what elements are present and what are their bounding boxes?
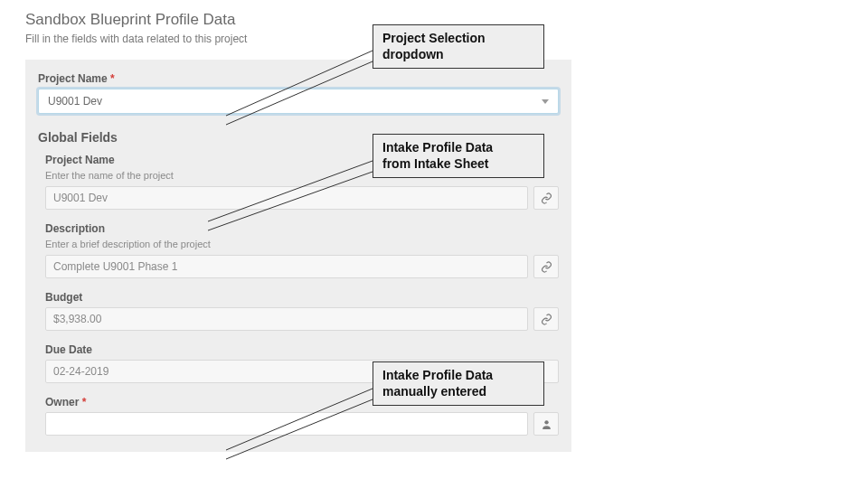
field-due-date-label: Due Date [45,343,559,356]
callout-text: Project Selection [382,31,486,45]
callout-text: Intake Profile Data [382,140,493,155]
required-mark: * [110,72,115,85]
required-mark: * [82,396,87,408]
link-button-project-name[interactable] [533,186,559,210]
budget-input[interactable] [45,307,528,331]
link-icon [541,314,552,325]
field-owner-label-text: Owner [45,396,79,408]
field-description-help: Enter a brief description of the project [45,239,559,249]
callout-text: from Intake Sheet [382,156,534,173]
person-picker-button[interactable] [533,412,559,436]
project-select-value: U9001 Dev [48,95,102,108]
field-description-label: Description [45,222,559,235]
callout-intake-sheet: Intake Profile Data from Intake Sheet [373,134,544,178]
field-description: Description Enter a brief description of… [38,222,559,278]
project-name-label: Project Name * [38,72,559,85]
callout-text: manually entered [382,384,534,400]
callout-text: dropdown [382,47,534,63]
field-budget: Budget [38,291,559,331]
field-budget-label: Budget [45,291,559,304]
owner-input[interactable] [45,412,528,436]
link-button-description[interactable] [533,255,559,278]
link-button-budget[interactable] [533,307,559,331]
callout-project-selection: Project Selection dropdown [373,24,544,69]
svg-point-0 [544,420,548,424]
person-icon [541,418,552,430]
description-input[interactable] [45,255,528,278]
project-select-dropdown[interactable]: U9001 Dev [38,89,559,114]
callout-manual-entry: Intake Profile Data manually entered [373,361,544,406]
link-icon [541,261,552,273]
project-name-label-text: Project Name [38,72,108,85]
project-name-input[interactable] [45,186,528,210]
link-icon [541,192,552,204]
chevron-down-icon [542,99,549,104]
callout-text: Intake Profile Data [382,368,493,382]
